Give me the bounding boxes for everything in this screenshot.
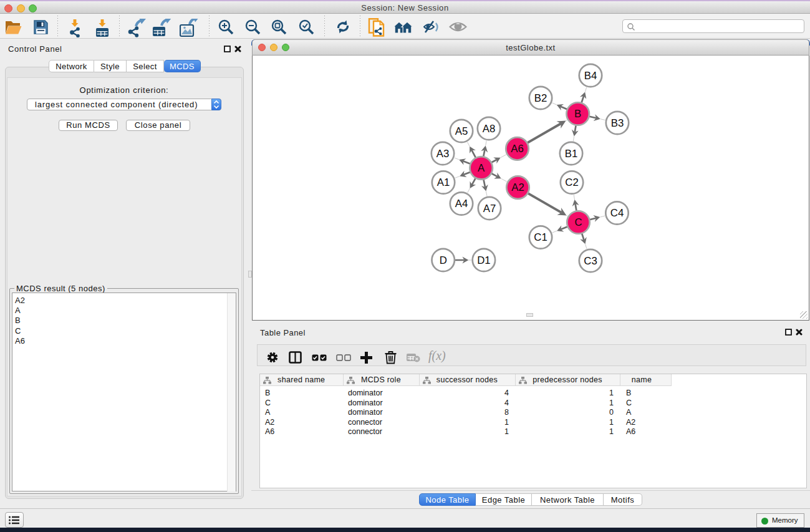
svg-text:D1: D1 <box>477 254 490 266</box>
svg-text:A: A <box>478 162 485 174</box>
svg-text:B1: B1 <box>565 148 578 160</box>
svg-text:B3: B3 <box>611 117 624 129</box>
svg-text:B2: B2 <box>534 92 547 104</box>
svg-text:A4: A4 <box>455 198 468 210</box>
svg-text:A6: A6 <box>511 143 524 155</box>
svg-text:A5: A5 <box>455 125 468 137</box>
svg-text:A3: A3 <box>436 148 450 160</box>
svg-text:B4: B4 <box>584 70 597 82</box>
svg-text:A1: A1 <box>437 177 450 188</box>
svg-text:C1: C1 <box>534 231 547 243</box>
svg-text:C2: C2 <box>565 177 578 188</box>
svg-text:C3: C3 <box>584 255 597 267</box>
svg-text:D: D <box>440 254 447 266</box>
svg-text:C4: C4 <box>610 207 624 219</box>
svg-text:A8: A8 <box>483 123 496 135</box>
svg-text:C: C <box>574 216 582 228</box>
svg-text:A7: A7 <box>483 203 496 215</box>
svg-text:B: B <box>574 108 581 120</box>
svg-text:A2: A2 <box>511 181 524 193</box>
